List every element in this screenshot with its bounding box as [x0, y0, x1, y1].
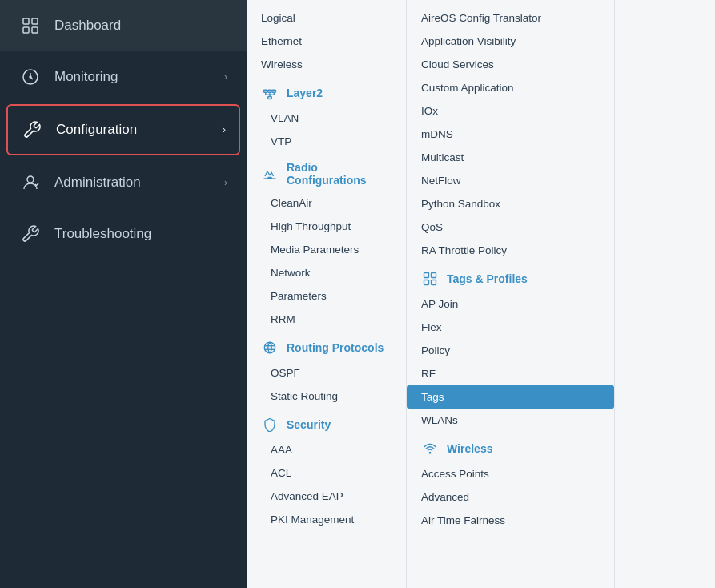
security-icon: [261, 416, 279, 433]
svg-rect-9: [268, 90, 272, 92]
menu-item-aaa[interactable]: AAA: [247, 438, 406, 461]
sidebar-item-label: Monitoring: [54, 69, 118, 85]
menu-item-advanced-eap[interactable]: Advanced EAP: [247, 485, 406, 508]
menu-item-iox[interactable]: IOx: [407, 99, 614, 123]
menu-item-vlan[interactable]: VLAN: [247, 107, 406, 130]
monitoring-icon: [19, 66, 42, 88]
menu-item-ospf[interactable]: OSPF: [247, 361, 406, 385]
menu-item-multicast[interactable]: Multicast: [407, 146, 614, 169]
menu-item-parameters[interactable]: Parameters: [247, 284, 406, 308]
svg-rect-8: [264, 90, 268, 92]
menu-item-netflow[interactable]: NetFlow: [407, 169, 614, 192]
section-header-radio[interactable]: Radio Configurations: [247, 153, 406, 191]
sidebar-item-monitoring[interactable]: Monitoring ›: [0, 51, 247, 103]
svg-point-6: [27, 176, 34, 183]
troubleshooting-icon: [19, 223, 42, 245]
administration-icon: [19, 171, 42, 194]
chevron-right-icon: ›: [223, 124, 226, 135]
sidebar-item-dashboard[interactable]: Dashboard: [0, 0, 247, 51]
sidebar-item-administration[interactable]: Administration ›: [0, 157, 247, 208]
section-label-routing: Routing Protocols: [287, 341, 384, 354]
menu-item-ap-join[interactable]: AP Join: [407, 292, 614, 316]
configuration-icon: [21, 119, 43, 141]
svg-rect-22: [432, 273, 436, 278]
sidebar-item-troubleshooting[interactable]: Troubleshooting: [0, 208, 247, 260]
section-header-security[interactable]: Security: [247, 408, 406, 438]
menu-item-wlans[interactable]: WLANs: [407, 409, 614, 432]
svg-point-25: [429, 453, 431, 454]
menu-item-network[interactable]: Network: [247, 261, 406, 284]
menu-item-vtp[interactable]: VTP: [247, 130, 406, 153]
menu-item-ethernet[interactable]: Ethernet: [247, 30, 406, 53]
section-header-routing[interactable]: Routing Protocols: [247, 331, 406, 361]
main-content: Logical Ethernet Wireless Layer2 VL: [247, 0, 715, 588]
radio-icon: [261, 165, 279, 183]
menu-item-cloud-services[interactable]: Cloud Services: [407, 53, 614, 76]
menu-item-acl[interactable]: ACL: [247, 461, 406, 485]
svg-rect-17: [268, 178, 272, 179]
menu-item-rf[interactable]: RF: [407, 362, 614, 385]
menu-item-tags[interactable]: Tags: [407, 385, 614, 409]
menu-item-advanced[interactable]: Advanced: [407, 485, 614, 509]
column1-menu: Logical Ethernet Wireless Layer2 VL: [247, 0, 407, 588]
section-header-wireless[interactable]: Wireless: [407, 432, 614, 462]
sidebar-item-label: Dashboard: [54, 18, 121, 34]
svg-rect-3: [32, 27, 38, 33]
menu-item-logical[interactable]: Logical: [247, 6, 406, 30]
menu-item-access-points[interactable]: Access Points: [407, 462, 614, 485]
section-label-security: Security: [287, 418, 331, 431]
menu-item-qos[interactable]: QoS: [407, 215, 614, 239]
section-label-tags-profiles: Tags & Profiles: [447, 272, 528, 285]
menu-item-wireless[interactable]: Wireless: [247, 53, 406, 76]
sidebar-item-label: Configuration: [56, 122, 137, 138]
chevron-right-icon: ›: [224, 177, 227, 188]
svg-rect-24: [432, 280, 436, 285]
section-label-radio: Radio Configurations: [287, 161, 392, 187]
menu-item-mdns[interactable]: mDNS: [407, 123, 614, 146]
sidebar-item-configuration[interactable]: Configuration ›: [6, 104, 240, 155]
svg-point-5: [30, 76, 31, 78]
menu-item-air-time-fairness[interactable]: Air Time Fairness: [407, 509, 614, 532]
section-header-layer2[interactable]: Layer2: [247, 76, 406, 107]
svg-rect-10: [272, 90, 276, 92]
sidebar: Dashboard Monitoring › Configuration ›: [0, 0, 247, 588]
menu-item-ra-throttle[interactable]: RA Throttle Policy: [407, 239, 614, 262]
section-header-tags-profiles[interactable]: Tags & Profiles: [407, 262, 614, 292]
sidebar-item-label: Administration: [54, 175, 141, 191]
svg-rect-23: [424, 280, 429, 285]
menu-item-flex[interactable]: Flex: [407, 316, 614, 339]
chevron-right-icon: ›: [224, 71, 227, 83]
column2-menu: AireOS Config Translator Application Vis…: [407, 0, 615, 588]
svg-rect-16: [268, 97, 272, 99]
menu-item-rrm[interactable]: RRM: [247, 308, 406, 331]
menu-item-static-routing[interactable]: Static Routing: [247, 385, 406, 408]
wireless-section-icon: [421, 440, 439, 457]
svg-rect-0: [23, 18, 29, 24]
tags-profiles-icon: [421, 270, 439, 288]
svg-rect-21: [424, 273, 429, 278]
menu-item-custom-app[interactable]: Custom Application: [407, 76, 614, 99]
menu-item-aireos-config[interactable]: AireOS Config Translator: [407, 6, 614, 30]
menu-item-python-sandbox[interactable]: Python Sandbox: [407, 192, 614, 215]
menu-item-app-visibility[interactable]: Application Visibility: [407, 30, 614, 53]
menu-item-pki-management[interactable]: PKI Management: [247, 508, 406, 531]
svg-rect-2: [23, 27, 29, 33]
menu-item-cleanair[interactable]: CleanAir: [247, 191, 406, 215]
routing-icon: [261, 339, 279, 356]
menu-item-policy[interactable]: Policy: [407, 339, 614, 362]
dashboard-icon: [19, 14, 42, 37]
svg-point-18: [264, 342, 275, 353]
section-label-wireless: Wireless: [447, 442, 492, 455]
menu-item-media-parameters[interactable]: Media Parameters: [247, 238, 406, 261]
svg-rect-1: [32, 18, 38, 24]
menu-item-high-throughput[interactable]: High Throughput: [247, 215, 406, 238]
layer2-icon: [261, 84, 279, 102]
section-label-layer2: Layer2: [287, 87, 323, 99]
sidebar-item-label: Troubleshooting: [54, 226, 151, 242]
